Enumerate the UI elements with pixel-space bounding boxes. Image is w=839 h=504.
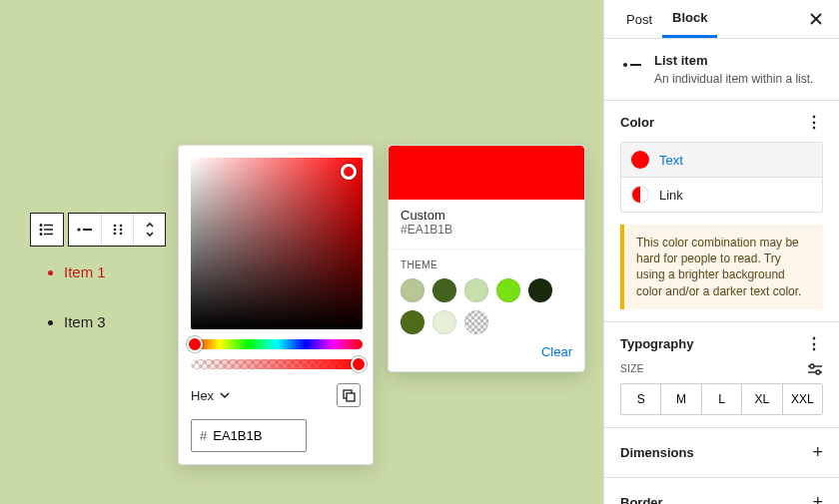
dimensions-panel-toggle[interactable]: Dimensions + [604,428,839,478]
typography-title: Typography [620,336,693,351]
size-label: SIZE [620,363,644,374]
typography-panel: Typography ⋮ SIZE S M L XL XXL [604,322,839,428]
link-color-swatch [631,186,649,204]
hue-slider[interactable] [191,339,363,349]
size-option-l[interactable]: L [701,384,741,414]
clear-color-link[interactable]: Clear [541,344,572,359]
size-option-s[interactable]: S [621,384,660,414]
alpha-slider[interactable] [191,359,363,369]
palette-section-label: THEME [401,259,572,270]
text-color-swatch [631,151,649,169]
palette-current-swatch[interactable] [389,146,584,200]
list-item-icon [620,53,644,77]
color-picker-popover: Hex # [178,145,374,465]
theme-swatch[interactable] [528,278,552,302]
palette-popover: Custom #EA1B1B THEME Clear [388,145,585,372]
hue-thumb[interactable] [187,336,203,352]
copy-icon [342,388,356,402]
list-item-3[interactable]: Item 3 [64,309,106,334]
palette-color-hex: #EA1B1B [401,223,572,237]
svg-point-5 [40,234,42,236]
palette-color-name: Custom [401,208,572,223]
block-type-button[interactable] [31,214,63,246]
svg-point-13 [119,233,122,236]
hex-value-field[interactable] [213,428,283,443]
theme-swatch-transparent[interactable] [464,310,488,334]
size-option-m[interactable]: M [660,384,700,414]
color-panel-menu[interactable]: ⋮ [806,113,823,132]
block-description: An individual item within a list. [654,72,813,86]
svg-point-3 [40,225,42,227]
move-updown-button[interactable] [133,214,165,246]
size-settings-icon[interactable] [807,363,823,375]
svg-point-23 [816,370,820,374]
size-option-xl[interactable]: XL [741,384,781,414]
svg-point-8 [113,225,116,228]
alpha-thumb[interactable] [351,356,367,372]
plus-icon: + [812,492,823,504]
svg-point-4 [40,229,42,231]
list-item-icon-button[interactable] [69,214,101,246]
saturation-cursor[interactable] [341,164,357,180]
typography-menu[interactable]: ⋮ [806,334,823,353]
close-sidebar-button[interactable] [805,8,827,30]
color-panel-title: Color [620,115,654,130]
size-segmented: S M L XL XXL [620,383,823,415]
sidebar-tabs: Post Block [604,0,839,39]
list-item-2[interactable]: Item 2 [64,284,106,309]
color-panel: Color ⋮ Text Link This color combination… [604,101,839,322]
svg-point-9 [119,225,122,228]
theme-swatch[interactable] [432,310,456,334]
block-list: Item 1 Item 2 Item 3 [50,259,106,334]
svg-point-18 [623,63,627,67]
list-item-1[interactable]: Item 1 [64,259,106,284]
editor-canvas: Item 1 Item 2 Item 3 Hex # [0,0,603,504]
svg-point-10 [113,229,116,232]
text-color-label: Text [659,153,683,168]
color-row-link[interactable]: Link [621,177,822,212]
svg-point-11 [119,229,122,232]
size-option-xxl[interactable]: XXL [782,384,822,414]
block-toolbar [30,213,166,247]
link-color-label: Link [659,188,683,203]
copy-color-button[interactable] [337,383,361,407]
theme-swatch[interactable] [401,278,424,302]
svg-point-6 [77,228,80,231]
block-title: List item [654,53,813,68]
drag-handle[interactable] [101,214,133,246]
border-label: Border [620,495,663,504]
svg-rect-19 [630,64,641,66]
theme-swatch[interactable] [496,278,520,302]
dimensions-label: Dimensions [620,445,694,460]
svg-rect-7 [83,229,92,231]
hex-input[interactable]: # [191,419,307,452]
contrast-warning: This color combination may be hard for p… [620,225,823,309]
theme-swatch[interactable] [464,278,488,302]
plus-icon: + [812,442,823,463]
theme-swatches [401,278,572,334]
tab-post[interactable]: Post [616,2,662,37]
svg-point-12 [113,233,116,236]
hash-prefix: # [200,428,207,443]
svg-rect-15 [347,393,355,401]
saturation-field[interactable] [191,158,363,329]
theme-swatch[interactable] [401,310,424,334]
close-icon [809,12,823,26]
tab-block[interactable]: Block [662,0,717,38]
color-format-label: Hex [191,388,214,403]
border-panel-toggle[interactable]: Border + [604,478,839,504]
color-format-select[interactable]: Hex [191,388,230,403]
settings-sidebar: Post Block List item An individual item … [603,0,839,504]
chevron-down-icon [220,392,230,398]
svg-point-22 [810,364,814,368]
theme-swatch[interactable] [432,278,456,302]
block-summary: List item An individual item within a li… [604,39,839,101]
color-row-text[interactable]: Text [621,143,822,177]
